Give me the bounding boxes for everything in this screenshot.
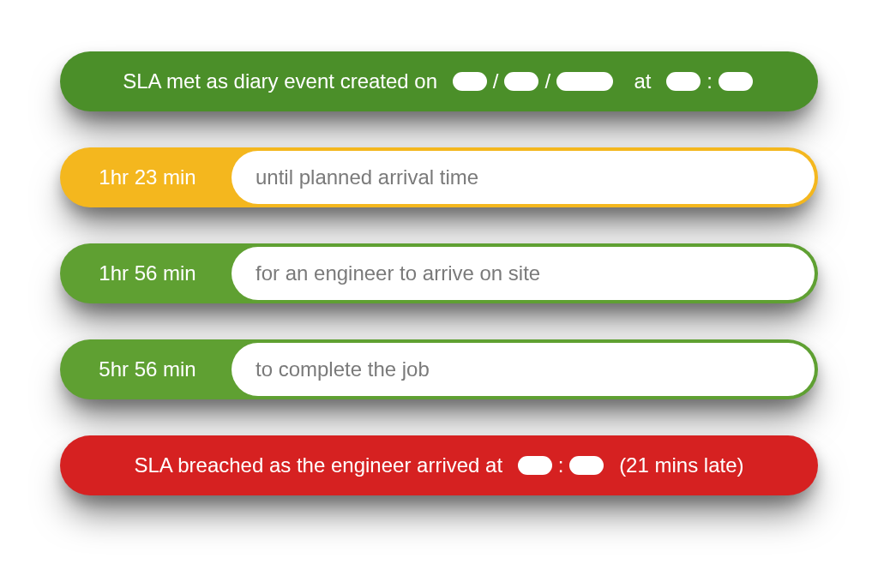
countdown-row-arrival: 1hr 23 min until planned arrival time [60,147,818,207]
time-sep: : [707,69,713,93]
breach-min-placeholder [569,456,604,475]
time-badge: 1hr 56 min [63,247,232,300]
sla-breached-text: SLA breached as the engineer arrived at … [134,453,743,477]
time-badge: 5hr 56 min [63,343,232,396]
time-min-placeholder [719,72,753,91]
desc-text: until planned arrival time [256,165,478,189]
sla-breached-banner: SLA breached as the engineer arrived at … [60,435,818,495]
date-sep-1: / [493,69,499,93]
desc-section: until planned arrival time [232,151,815,204]
sla-met-prefix: SLA met as diary event created on [123,69,437,93]
date-year-placeholder [556,72,613,91]
date-sep-2: / [544,69,550,93]
countdown-row-engineer: 1hr 56 min for an engineer to arrive on … [60,243,818,303]
breach-hour-placeholder [518,456,552,475]
date-month-placeholder [504,72,538,91]
breach-time-sep: : [558,453,564,477]
sla-met-text: SLA met as diary event created on / / at… [123,69,755,93]
desc-text: for an engineer to arrive on site [256,261,540,285]
time-value: 1hr 56 min [99,261,195,285]
at-label: at [634,69,651,93]
desc-section: for an engineer to arrive on site [232,247,815,300]
time-hour-placeholder [666,72,701,91]
sla-breached-suffix: (21 mins late) [619,453,743,477]
desc-section: to complete the job [232,343,815,396]
time-value: 1hr 23 min [99,165,195,189]
sla-breached-prefix: SLA breached as the engineer arrived at [134,453,502,477]
countdown-row-complete: 5hr 56 min to complete the job [60,339,818,399]
time-value: 5hr 56 min [99,357,195,381]
date-day-placeholder [453,72,487,91]
desc-text: to complete the job [256,357,430,381]
sla-met-banner: SLA met as diary event created on / / at… [60,51,818,111]
time-badge: 1hr 23 min [63,151,232,204]
